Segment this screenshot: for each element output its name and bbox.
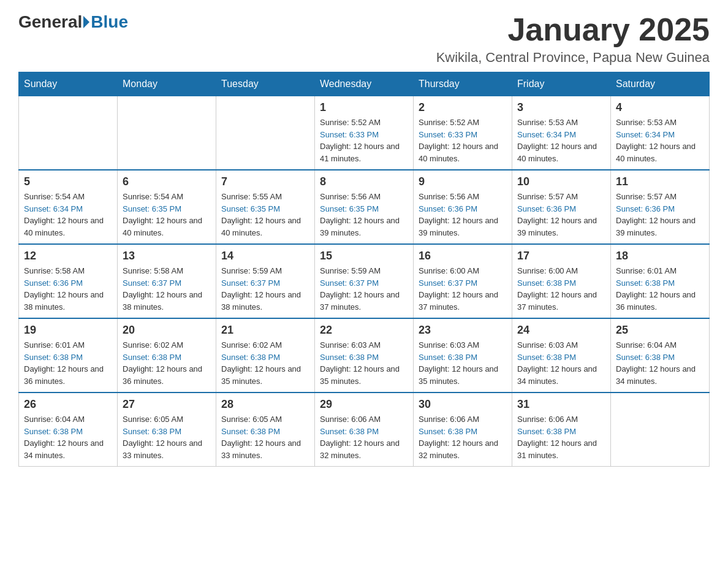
day-number: 25	[616, 324, 704, 337]
day-number: 3	[517, 101, 605, 114]
table-row: 14Sunrise: 5:59 AMSunset: 6:37 PMDayligh…	[216, 244, 315, 318]
daylight-text: Daylight: 12 hours and 35 minutes.	[221, 364, 301, 386]
table-row: 31Sunrise: 6:06 AMSunset: 6:38 PMDayligh…	[512, 393, 611, 467]
sunrise-text: Sunrise: 5:56 AM	[419, 192, 479, 201]
daylight-text: Daylight: 12 hours and 33 minutes.	[221, 439, 301, 460]
daylight-text: Daylight: 12 hours and 40 minutes.	[616, 142, 696, 163]
day-number: 13	[123, 250, 211, 262]
day-info: Sunrise: 5:59 AMSunset: 6:37 PMDaylight:…	[320, 265, 408, 313]
daylight-text: Daylight: 12 hours and 34 minutes.	[517, 364, 597, 386]
sunrise-text: Sunrise: 5:54 AM	[123, 192, 183, 201]
sunset-text: Sunset: 6:38 PM	[123, 353, 181, 362]
daylight-text: Daylight: 12 hours and 36 minutes.	[616, 290, 696, 312]
calendar-week-row: 19Sunrise: 6:01 AMSunset: 6:38 PMDayligh…	[19, 318, 710, 393]
day-number: 21	[221, 324, 309, 337]
sunset-text: Sunset: 6:34 PM	[616, 130, 675, 139]
logo-blue-text: Blue	[91, 12, 128, 32]
sunset-text: Sunset: 6:38 PM	[517, 353, 576, 362]
day-info: Sunrise: 5:56 AMSunset: 6:35 PMDaylight:…	[320, 191, 408, 239]
sunrise-text: Sunrise: 5:58 AM	[123, 266, 183, 275]
table-row: 2Sunrise: 5:52 AMSunset: 6:33 PMDaylight…	[414, 96, 512, 170]
sunrise-text: Sunrise: 6:06 AM	[419, 415, 479, 424]
day-number: 20	[123, 324, 211, 337]
day-number: 1	[320, 101, 408, 114]
sunset-text: Sunset: 6:37 PM	[123, 278, 181, 288]
sunset-text: Sunset: 6:38 PM	[24, 353, 83, 362]
col-monday: Monday	[118, 72, 216, 96]
daylight-text: Daylight: 12 hours and 32 minutes.	[320, 439, 400, 460]
sunset-text: Sunset: 6:35 PM	[123, 204, 181, 213]
table-row: 29Sunrise: 6:06 AMSunset: 6:38 PMDayligh…	[315, 393, 414, 467]
sunrise-text: Sunrise: 6:04 AM	[24, 415, 85, 424]
day-number: 9	[419, 175, 507, 188]
day-info: Sunrise: 5:55 AMSunset: 6:35 PMDaylight:…	[221, 191, 309, 239]
calendar-week-row: 12Sunrise: 5:58 AMSunset: 6:36 PMDayligh…	[19, 244, 710, 318]
day-number: 8	[320, 175, 408, 188]
day-info: Sunrise: 5:54 AMSunset: 6:35 PMDaylight:…	[123, 191, 211, 239]
sunset-text: Sunset: 6:36 PM	[517, 204, 576, 213]
table-row: 4Sunrise: 5:53 AMSunset: 6:34 PMDaylight…	[611, 96, 710, 170]
day-number: 5	[24, 175, 112, 188]
day-number: 29	[320, 398, 408, 411]
title-section: January 2025 Kwikila, Central Province, …	[436, 12, 710, 66]
table-row	[118, 96, 216, 170]
daylight-text: Daylight: 12 hours and 32 minutes.	[419, 439, 498, 460]
sunrise-text: Sunrise: 6:05 AM	[123, 415, 183, 424]
daylight-text: Daylight: 12 hours and 40 minutes.	[517, 142, 597, 163]
daylight-text: Daylight: 12 hours and 38 minutes.	[123, 290, 202, 312]
sunset-text: Sunset: 6:38 PM	[24, 427, 83, 436]
daylight-text: Daylight: 12 hours and 36 minutes.	[24, 364, 104, 386]
day-number: 26	[24, 398, 112, 411]
sunrise-text: Sunrise: 5:52 AM	[320, 118, 381, 127]
sunrise-text: Sunrise: 5:53 AM	[616, 118, 677, 127]
day-number: 31	[517, 398, 605, 411]
sunset-text: Sunset: 6:34 PM	[24, 204, 83, 213]
col-wednesday: Wednesday	[315, 72, 414, 96]
table-row: 8Sunrise: 5:56 AMSunset: 6:35 PMDaylight…	[315, 170, 414, 244]
day-number: 27	[123, 398, 211, 411]
sunset-text: Sunset: 6:38 PM	[517, 427, 576, 436]
day-info: Sunrise: 6:06 AMSunset: 6:38 PMDaylight:…	[419, 413, 507, 461]
sunset-text: Sunset: 6:38 PM	[616, 353, 675, 362]
sunrise-text: Sunrise: 6:05 AM	[221, 415, 282, 424]
sunrise-text: Sunrise: 5:56 AM	[320, 192, 381, 201]
table-row	[216, 96, 315, 170]
day-info: Sunrise: 6:01 AMSunset: 6:38 PMDaylight:…	[616, 265, 704, 313]
calendar-week-row: 1Sunrise: 5:52 AMSunset: 6:33 PMDaylight…	[19, 96, 710, 170]
day-info: Sunrise: 5:53 AMSunset: 6:34 PMDaylight:…	[517, 117, 605, 164]
day-number: 4	[616, 101, 704, 114]
sunrise-text: Sunrise: 5:57 AM	[517, 192, 578, 201]
table-row	[19, 96, 118, 170]
day-number: 17	[517, 250, 605, 262]
sunrise-text: Sunrise: 6:03 AM	[517, 340, 578, 350]
daylight-text: Daylight: 12 hours and 39 minutes.	[419, 216, 498, 237]
day-info: Sunrise: 6:06 AMSunset: 6:38 PMDaylight:…	[517, 413, 605, 461]
calendar-header-row: Sunday Monday Tuesday Wednesday Thursday…	[19, 72, 710, 96]
col-friday: Friday	[512, 72, 611, 96]
sunrise-text: Sunrise: 6:03 AM	[419, 340, 479, 350]
sunrise-text: Sunrise: 6:04 AM	[616, 340, 677, 350]
day-number: 19	[24, 324, 112, 337]
day-number: 11	[616, 175, 704, 188]
sunset-text: Sunset: 6:33 PM	[320, 130, 379, 139]
day-number: 10	[517, 175, 605, 188]
col-tuesday: Tuesday	[216, 72, 315, 96]
sunset-text: Sunset: 6:38 PM	[517, 278, 576, 288]
sunset-text: Sunset: 6:35 PM	[221, 204, 280, 213]
day-info: Sunrise: 6:05 AMSunset: 6:38 PMDaylight:…	[123, 413, 211, 461]
sunrise-text: Sunrise: 6:03 AM	[320, 340, 381, 350]
table-row: 12Sunrise: 5:58 AMSunset: 6:36 PMDayligh…	[19, 244, 118, 318]
sunrise-text: Sunrise: 6:02 AM	[123, 340, 183, 350]
day-info: Sunrise: 5:57 AMSunset: 6:36 PMDaylight:…	[517, 191, 605, 239]
sunset-text: Sunset: 6:37 PM	[320, 278, 379, 288]
day-number: 6	[123, 175, 211, 188]
sunset-text: Sunset: 6:38 PM	[221, 427, 280, 436]
sunset-text: Sunset: 6:34 PM	[517, 130, 576, 139]
sunrise-text: Sunrise: 5:59 AM	[320, 266, 381, 275]
daylight-text: Daylight: 12 hours and 34 minutes.	[616, 364, 696, 386]
header: General Blue January 2025 Kwikila, Centr…	[18, 12, 710, 66]
table-row: 7Sunrise: 5:55 AMSunset: 6:35 PMDaylight…	[216, 170, 315, 244]
day-number: 12	[24, 250, 112, 262]
logo: General Blue	[18, 12, 128, 32]
day-number: 24	[517, 324, 605, 337]
